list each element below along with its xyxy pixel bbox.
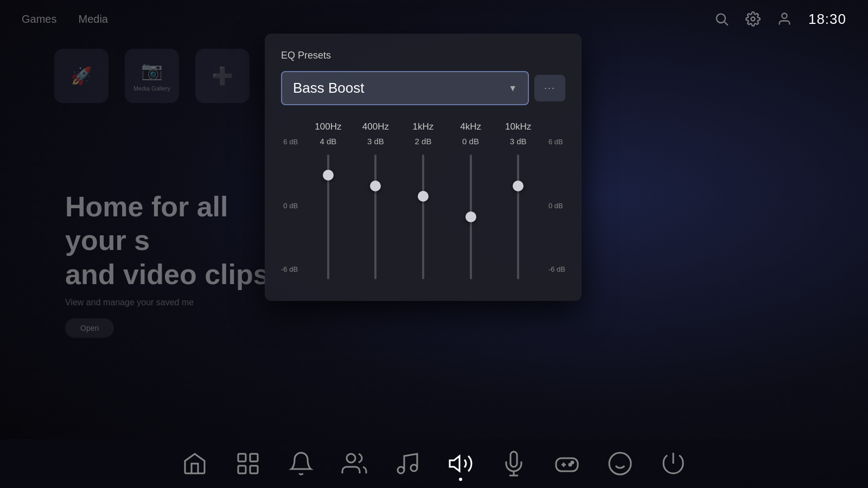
bottom-nav-power[interactable] <box>660 451 686 477</box>
svg-rect-6 <box>250 454 258 461</box>
top-nav-left: Games Media <box>22 13 108 25</box>
eq-label-bottom-left: -6 dB <box>281 265 298 273</box>
user-icon[interactable] <box>777 11 792 27</box>
svg-point-18 <box>571 461 573 464</box>
eq-slider-track-3[interactable] <box>470 155 472 279</box>
eq-slider-thumb-4[interactable] <box>513 181 524 191</box>
nav-icon-plus: ➕ <box>195 49 250 103</box>
nav-item-media[interactable]: Media <box>78 13 107 25</box>
eq-slider-track-4[interactable] <box>517 155 519 279</box>
hero-subtext: View and manage your saved me <box>65 298 271 307</box>
eq-preset-row: Bass Boost ▼ ··· <box>281 71 565 105</box>
svg-point-17 <box>569 464 571 466</box>
svg-rect-4 <box>238 454 246 461</box>
bottom-navigation <box>0 439 868 488</box>
eq-band-10khz: 10kHz3 dB <box>494 121 542 279</box>
eq-preset-name: Bass Boost <box>293 80 365 97</box>
nav-icon-rocket: 🚀 <box>54 49 108 103</box>
eq-label-bottom-right: -6 dB <box>548 265 565 273</box>
eq-band-value-2: 2 dB <box>415 137 432 146</box>
gallery-label: Media Gallery <box>133 85 170 92</box>
plus-icon: ➕ <box>212 66 233 86</box>
bottom-nav-gamepad[interactable] <box>554 451 580 477</box>
eq-band-value-1: 3 dB <box>367 137 384 146</box>
eq-band-value-0: 4 dB <box>320 137 336 146</box>
eq-slider-track-1[interactable] <box>374 155 376 279</box>
eq-label-mid-left: 0 dB <box>283 202 298 210</box>
bottom-nav-face[interactable] <box>607 451 633 477</box>
eq-band-400hz: 400Hz3 dB <box>352 121 400 279</box>
bottom-nav-volume[interactable] <box>448 451 474 477</box>
eq-right-labels: 6 dB 0 dB -6 dB <box>542 121 565 273</box>
eq-more-button[interactable]: ··· <box>534 75 565 101</box>
svg-point-10 <box>411 465 417 471</box>
nav-icon-camera: 📷 Media Gallery <box>125 49 179 103</box>
open-button[interactable]: Open <box>65 318 114 338</box>
chevron-down-icon: ▼ <box>508 84 517 93</box>
bottom-nav-mic[interactable] <box>501 451 527 477</box>
eq-slider-thumb-1[interactable] <box>370 181 381 191</box>
svg-rect-5 <box>238 466 246 473</box>
eq-label-mid-right: 0 dB <box>548 202 563 210</box>
eq-slider-thumb-0[interactable] <box>323 170 334 181</box>
svg-point-0 <box>717 14 725 23</box>
eq-modal: EQ Presets Bass Boost ▼ ··· 6 dB 0 dB -6… <box>265 34 582 301</box>
camera-icon: 📷 <box>141 60 163 81</box>
settings-icon[interactable] <box>745 11 761 27</box>
svg-point-2 <box>751 17 755 21</box>
svg-point-9 <box>398 467 404 473</box>
svg-point-8 <box>347 454 355 463</box>
bottom-nav-notifications[interactable] <box>288 451 314 477</box>
hero-heading: Home for all your s and video clips <box>65 190 282 291</box>
svg-point-3 <box>782 14 787 18</box>
svg-marker-11 <box>450 456 459 471</box>
eq-slider-thumb-3[interactable] <box>465 211 476 222</box>
bottom-nav-friends[interactable] <box>341 451 367 477</box>
search-icon[interactable] <box>714 11 729 27</box>
eq-label-top-right: 6 dB <box>548 138 563 146</box>
eq-slider-track-2[interactable] <box>422 155 424 279</box>
eq-preset-dropdown[interactable]: Bass Boost ▼ <box>281 71 529 105</box>
eq-band-label-4: 10kHz <box>505 121 531 132</box>
eq-band-label-2: 1kHz <box>413 121 434 132</box>
svg-rect-7 <box>250 466 258 473</box>
eq-left-labels: 6 dB 0 dB -6 dB <box>281 121 304 273</box>
eq-bands: 100Hz4 dB400Hz3 dB1kHz2 dB4kHz0 dB10kHz3… <box>304 121 542 279</box>
bottom-nav-home[interactable] <box>182 451 208 477</box>
rocket-icon: 🚀 <box>71 66 92 86</box>
eq-band-label-0: 100Hz <box>315 121 341 132</box>
bottom-nav-music[interactable] <box>394 451 420 477</box>
bottom-nav-library[interactable] <box>235 451 261 477</box>
svg-rect-14 <box>556 458 578 471</box>
eq-band-label-3: 4kHz <box>460 121 481 132</box>
eq-modal-title: EQ Presets <box>281 50 565 61</box>
eq-slider-thumb-2[interactable] <box>418 191 429 202</box>
top-navigation: Games Media 18:30 <box>0 0 868 38</box>
eq-slider-track-0[interactable] <box>327 155 329 279</box>
nav-item-games[interactable]: Games <box>22 13 56 25</box>
clock-display: 18:30 <box>808 11 846 28</box>
eq-label-top-left: 6 dB <box>283 138 298 146</box>
eq-bands-container: 6 dB 0 dB -6 dB 100Hz4 dB400Hz3 dB1kHz2 … <box>281 121 565 279</box>
svg-line-1 <box>724 22 727 25</box>
eq-band-100hz: 100Hz4 dB <box>304 121 352 279</box>
eq-band-label-1: 400Hz <box>362 121 389 132</box>
eq-band-1khz: 1kHz2 dB <box>399 121 447 279</box>
eq-band-value-3: 0 dB <box>462 137 479 146</box>
eq-band-4khz: 4kHz0 dB <box>447 121 495 279</box>
eq-band-value-4: 3 dB <box>510 137 527 146</box>
svg-point-19 <box>609 453 631 474</box>
top-nav-right: 18:30 <box>714 11 846 28</box>
